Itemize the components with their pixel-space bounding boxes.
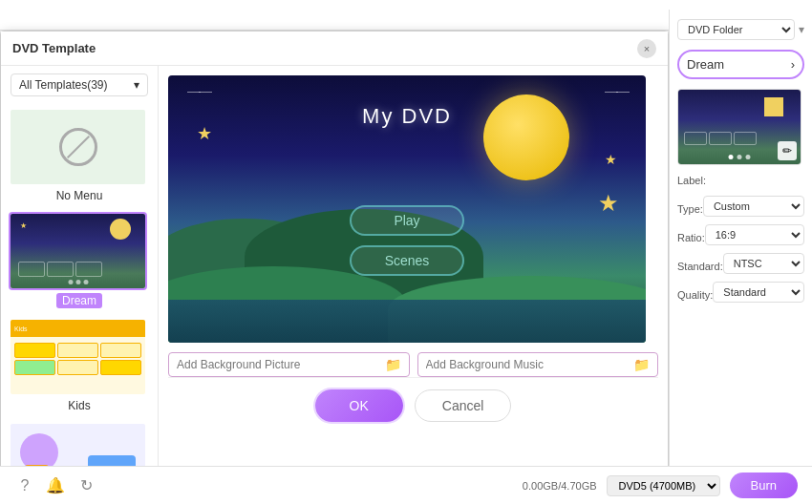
kids-cell [14,360,55,375]
kids-cell [57,360,98,375]
dream-boxes [18,262,102,277]
kids-cell [14,343,55,358]
mini-box [734,132,757,145]
dream-dots [68,280,88,284]
help-icon[interactable]: ? [14,475,35,496]
dream-box [47,262,74,277]
edit-icon[interactable]: ✏ [778,141,797,160]
folder-icon: 📁 [385,357,401,372]
notification-icon[interactable]: 🔔 [45,475,66,496]
dream-template-button[interactable]: Dream › [677,50,804,79]
dream-moon [110,219,131,240]
background-picture-input[interactable] [177,358,381,371]
settings-icon[interactable]: ↻ [75,475,96,496]
deco-arrows-right: — — [605,83,627,98]
right-dream-thumb: ◀ ✏ [677,89,801,165]
list-item[interactable]: No Menu [9,108,150,202]
type-row: Type: Custom [677,196,804,217]
dialog-footer: OK Cancel [168,377,658,433]
template-list: No Menu ★ [1,104,158,504]
list-item[interactable]: ★ Dr [9,212,150,308]
dot [746,155,751,159]
template-thumb-nomenu [9,108,147,186]
quality-row: Quality: Standard [677,282,804,303]
ratio-label: Ratio: [677,232,705,243]
dialog-body: All Templates(39) ▾ No Menu [1,66,668,504]
deco-arrows-left: — — [187,83,209,98]
dream-graphic: ★ [11,214,145,288]
output-select[interactable]: DVD Folder [677,19,795,40]
bottom-right: 0.00GB/4.70GB DVD5 (4700MB) Burn [523,472,798,498]
dvd-template-dialog: DVD Template × All Templates(39) ▾ No Me… [0,31,669,504]
dvd-preview-buttons: Play Scenes [350,205,464,276]
background-music-input[interactable] [426,358,630,371]
preview-area: — — — — ★ ★ ★ ★ My DVD [159,66,668,504]
type-label: Type: [677,203,703,215]
right-panel: DVD Folder ▾ Dream › ◀ ✏ Lab [669,10,812,496]
cancel-button[interactable]: Cancel [415,389,512,422]
star-icon: ★ [605,152,617,167]
template-thumb-kids: Kids [9,318,147,396]
dream-label: Dream [687,57,724,72]
no-entry-icon [59,128,97,166]
dream-box [75,262,102,277]
bottom-bar: ? 🔔 ↻ 0.00GB/4.70GB DVD5 (4700MB) Burn [0,466,812,504]
nomenu-graphic [11,110,145,184]
dream-dot [75,280,80,284]
preview-scenes-button: Scenes [350,245,464,276]
preview-moon [483,94,569,180]
ratio-row: Ratio: 16:9 [677,224,804,245]
disk-usage-info: 0.00GB/4.70GB [523,480,597,492]
mini-box [709,132,732,145]
template-label-dream: Dream [56,293,102,308]
folder-icon: 📁 [633,357,650,372]
kids-cell [100,360,141,375]
background-picture-field[interactable]: 📁 [168,352,410,377]
dream-stars: ★ [20,221,27,230]
dream-dot [68,280,73,284]
standard-select[interactable]: NTSC [723,253,804,274]
quality-select[interactable]: Standard [713,282,804,303]
ok-button[interactable]: OK [315,389,403,422]
output-row: DVD Folder ▾ [677,19,804,40]
type-select[interactable]: Custom [703,196,804,217]
list-item[interactable]: Kids Kids [9,318,150,412]
mini-boxes [684,132,757,145]
star-icon: ★ [598,190,619,217]
dropdown-label: All Templates(39) [19,78,107,92]
secondary-shapes [11,424,145,435]
mini-box [684,132,707,145]
template-dropdown[interactable]: All Templates(39) ▾ [11,74,148,96]
preview-water [168,300,646,343]
kids-graphic: Kids [11,320,145,394]
dot [729,155,734,159]
dot [737,155,742,159]
dream-dot [83,280,88,284]
dvd-preview: — — — — ★ ★ ★ ★ My DVD [168,75,646,343]
burn-button[interactable]: Burn [730,472,798,498]
thumb-dots [729,155,751,159]
kids-header: Kids [11,320,145,337]
template-thumb-dream: ★ [9,212,147,290]
kids-cell [100,343,141,358]
disk-type-select[interactable]: DVD5 (4700MB) [607,475,720,496]
mini-moon [764,97,783,116]
chevron-down-icon: ▾ [799,23,804,36]
kids-grid [11,339,145,379]
standard-row: Standard: NTSC [677,253,804,274]
ratio-select[interactable]: 16:9 [705,224,804,245]
kids-cell [57,343,98,358]
dialog-close-button[interactable]: × [637,39,656,58]
label-field-label: Label: [677,175,706,186]
dvd-preview-title: My DVD [362,104,452,129]
dream-box [18,262,45,277]
quality-label: Quality: [677,289,713,301]
template-label-kids: Kids [9,399,150,412]
bottom-icons: ? 🔔 ↻ [14,475,96,496]
star-icon: ★ [197,123,212,144]
dialog-title: DVD Template [12,41,96,55]
background-music-field[interactable]: 📁 [417,352,659,377]
template-sidebar: All Templates(39) ▾ No Menu [1,66,159,504]
label-row: Label: [677,171,804,188]
dialog-titlebar: DVD Template × [1,32,668,66]
